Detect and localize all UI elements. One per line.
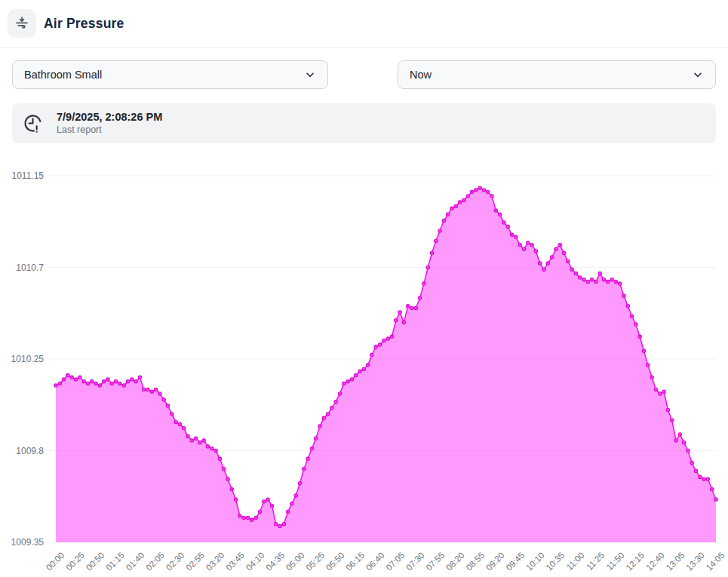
air-pressure-chart[interactable]: 1011.151010.71010.251009.81009.3500:0000… (0, 155, 728, 577)
svg-text:02:30: 02:30 (164, 551, 186, 572)
svg-text:1009.35: 1009.35 (11, 537, 45, 548)
device-select-value: Bathroom Small (24, 69, 102, 81)
filters-row: Bathroom Small Now (0, 60, 728, 89)
svg-text:07:05: 07:05 (384, 551, 406, 572)
time-range-select[interactable]: Now (398, 60, 716, 89)
svg-text:08:20: 08:20 (444, 551, 466, 572)
svg-text:13:30: 13:30 (684, 551, 706, 572)
svg-text:11:50: 11:50 (605, 551, 626, 572)
svg-text:12:15: 12:15 (624, 551, 646, 572)
svg-text:08:55: 08:55 (464, 551, 486, 572)
svg-text:10:10: 10:10 (524, 551, 546, 572)
svg-text:13:05: 13:05 (665, 551, 687, 572)
svg-text:09:45: 09:45 (504, 551, 526, 572)
svg-text:10:35: 10:35 (544, 551, 566, 572)
svg-text:01:40: 01:40 (124, 551, 146, 572)
svg-text:11:00: 11:00 (565, 551, 586, 572)
svg-text:1010.7: 1010.7 (16, 262, 44, 273)
last-report-label: Last report (57, 124, 162, 137)
svg-text:05:50: 05:50 (324, 551, 346, 572)
page-header: Air Pressure (0, 0, 728, 48)
air-pressure-icon (8, 9, 36, 38)
svg-text:09:20: 09:20 (484, 551, 506, 572)
clock-alert-icon (23, 113, 43, 134)
svg-text:12:40: 12:40 (644, 551, 666, 572)
svg-text:1011.15: 1011.15 (12, 170, 45, 181)
svg-text:01:15: 01:15 (104, 551, 126, 572)
chevron-down-icon (304, 69, 316, 81)
svg-text:00:50: 00:50 (84, 551, 106, 572)
last-report-text: 7/9/2025, 2:08:26 PM Last report (57, 110, 162, 136)
svg-text:11:25: 11:25 (585, 551, 606, 572)
svg-text:05:00: 05:00 (284, 551, 306, 572)
svg-text:02:05: 02:05 (144, 551, 166, 572)
svg-text:07:55: 07:55 (424, 551, 446, 572)
svg-text:02:55: 02:55 (184, 551, 206, 572)
air-pressure-icon-glyph (14, 15, 30, 32)
svg-text:05:25: 05:25 (304, 551, 326, 572)
svg-text:06:15: 06:15 (344, 551, 366, 572)
chevron-down-icon (692, 69, 704, 81)
svg-text:00:00: 00:00 (45, 551, 66, 572)
last-report-card: 7/9/2025, 2:08:26 PM Last report (12, 103, 716, 143)
svg-text:03:45: 03:45 (224, 551, 246, 572)
chart-container: 1011.151010.71010.251009.81009.3500:0000… (0, 155, 728, 577)
svg-text:04:35: 04:35 (264, 551, 286, 572)
svg-text:04:10: 04:10 (244, 551, 266, 572)
svg-text:14:05: 14:05 (705, 551, 726, 572)
page-title: Air Pressure (44, 16, 124, 32)
svg-text:1010.25: 1010.25 (11, 354, 45, 364)
svg-text:06:40: 06:40 (364, 551, 386, 572)
svg-text:03:20: 03:20 (204, 551, 226, 572)
time-range-select-value: Now (410, 69, 432, 81)
device-select[interactable]: Bathroom Small (12, 60, 328, 89)
svg-text:07:30: 07:30 (404, 551, 426, 572)
svg-text:1009.8: 1009.8 (16, 446, 44, 456)
svg-text:00:25: 00:25 (64, 551, 86, 572)
last-report-timestamp: 7/9/2025, 2:08:26 PM (57, 110, 162, 124)
